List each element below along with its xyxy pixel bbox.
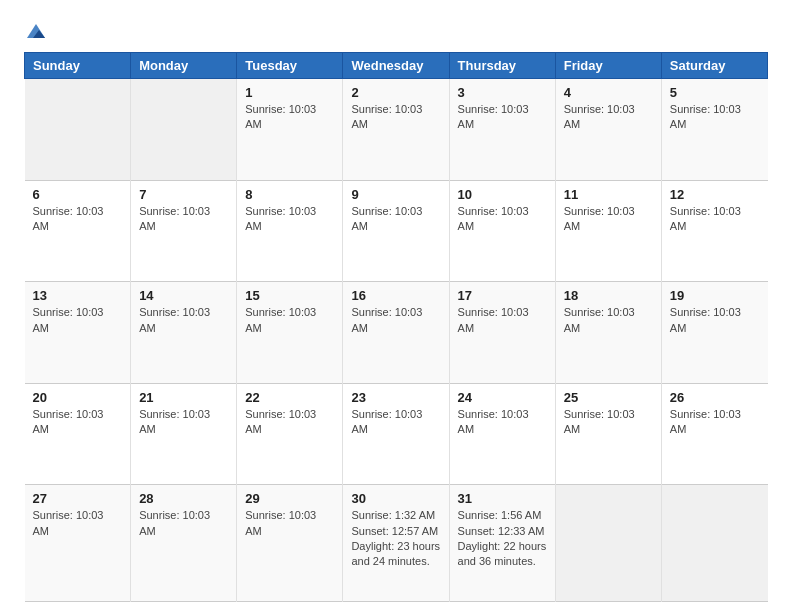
day-number: 2 [351,85,440,100]
day-info: Sunrise: 10:03 AM [351,408,422,435]
day-number: 30 [351,491,440,506]
calendar-header-row: SundayMondayTuesdayWednesdayThursdayFrid… [25,53,768,79]
day-cell [25,79,131,181]
day-info: Sunrise: 10:03 AM [670,103,741,130]
day-number: 4 [564,85,653,100]
day-cell: 11Sunrise: 10:03 AM [555,180,661,282]
day-info: Sunrise: 10:03 AM [351,306,422,333]
week-row-3: 13Sunrise: 10:03 AM14Sunrise: 10:03 AM15… [25,282,768,384]
day-cell: 16Sunrise: 10:03 AM [343,282,449,384]
day-cell: 8Sunrise: 10:03 AM [237,180,343,282]
day-cell: 19Sunrise: 10:03 AM [661,282,767,384]
day-info: Sunrise: 10:03 AM [351,205,422,232]
day-number: 17 [458,288,547,303]
day-number: 1 [245,85,334,100]
day-cell: 29Sunrise: 10:03 AM [237,485,343,602]
day-info: Sunrise: 10:03 AM [33,509,104,536]
day-number: 7 [139,187,228,202]
week-row-4: 20Sunrise: 10:03 AM21Sunrise: 10:03 AM22… [25,383,768,485]
day-number: 29 [245,491,334,506]
day-number: 6 [33,187,123,202]
day-number: 27 [33,491,123,506]
day-cell: 2Sunrise: 10:03 AM [343,79,449,181]
day-number: 5 [670,85,760,100]
day-info: Sunrise: 10:03 AM [245,509,316,536]
day-info: Sunrise: 10:03 AM [33,306,104,333]
day-cell: 12Sunrise: 10:03 AM [661,180,767,282]
day-info: Sunrise: 10:03 AM [245,306,316,333]
week-row-1: 1Sunrise: 10:03 AM2Sunrise: 10:03 AM3Sun… [25,79,768,181]
day-number: 13 [33,288,123,303]
day-cell: 15Sunrise: 10:03 AM [237,282,343,384]
day-cell: 1Sunrise: 10:03 AM [237,79,343,181]
day-number: 18 [564,288,653,303]
column-header-wednesday: Wednesday [343,53,449,79]
column-header-thursday: Thursday [449,53,555,79]
day-cell: 7Sunrise: 10:03 AM [131,180,237,282]
day-number: 20 [33,390,123,405]
day-number: 25 [564,390,653,405]
day-cell: 25Sunrise: 10:03 AM [555,383,661,485]
day-info: Sunrise: 10:03 AM [458,103,529,130]
page: SundayMondayTuesdayWednesdayThursdayFrid… [0,0,792,612]
day-cell: 9Sunrise: 10:03 AM [343,180,449,282]
day-number: 14 [139,288,228,303]
day-info: Sunrise: 10:03 AM [245,205,316,232]
day-number: 12 [670,187,760,202]
day-cell: 22Sunrise: 10:03 AM [237,383,343,485]
day-info: Sunrise: 10:03 AM [564,205,635,232]
day-cell: 10Sunrise: 10:03 AM [449,180,555,282]
day-info: Sunrise: 1:56 AM Sunset: 12:33 AM Daylig… [458,509,547,567]
day-info: Sunrise: 10:03 AM [139,306,210,333]
day-cell: 5Sunrise: 10:03 AM [661,79,767,181]
day-info: Sunrise: 10:03 AM [564,408,635,435]
day-cell: 6Sunrise: 10:03 AM [25,180,131,282]
day-cell: 4Sunrise: 10:03 AM [555,79,661,181]
day-info: Sunrise: 10:03 AM [245,408,316,435]
column-header-sunday: Sunday [25,53,131,79]
day-info: Sunrise: 10:03 AM [33,205,104,232]
day-cell: 31Sunrise: 1:56 AM Sunset: 12:33 AM Dayl… [449,485,555,602]
day-info: Sunrise: 10:03 AM [670,205,741,232]
day-cell: 26Sunrise: 10:03 AM [661,383,767,485]
day-info: Sunrise: 1:32 AM Sunset: 12:57 AM Daylig… [351,509,440,567]
column-header-saturday: Saturday [661,53,767,79]
day-cell: 27Sunrise: 10:03 AM [25,485,131,602]
logo-icon [25,20,47,42]
day-number: 16 [351,288,440,303]
day-cell: 14Sunrise: 10:03 AM [131,282,237,384]
day-number: 19 [670,288,760,303]
day-number: 23 [351,390,440,405]
day-number: 10 [458,187,547,202]
day-cell [661,485,767,602]
day-number: 22 [245,390,334,405]
week-row-5: 27Sunrise: 10:03 AM28Sunrise: 10:03 AM29… [25,485,768,602]
column-header-friday: Friday [555,53,661,79]
day-info: Sunrise: 10:03 AM [564,103,635,130]
day-info: Sunrise: 10:03 AM [458,205,529,232]
day-number: 21 [139,390,228,405]
day-cell [131,79,237,181]
day-info: Sunrise: 10:03 AM [351,103,422,130]
day-number: 9 [351,187,440,202]
day-cell: 20Sunrise: 10:03 AM [25,383,131,485]
day-cell: 24Sunrise: 10:03 AM [449,383,555,485]
day-info: Sunrise: 10:03 AM [670,408,741,435]
day-info: Sunrise: 10:03 AM [458,306,529,333]
day-number: 8 [245,187,334,202]
day-cell: 30Sunrise: 1:32 AM Sunset: 12:57 AM Dayl… [343,485,449,602]
day-cell: 23Sunrise: 10:03 AM [343,383,449,485]
day-info: Sunrise: 10:03 AM [564,306,635,333]
logo [24,20,47,42]
week-row-2: 6Sunrise: 10:03 AM7Sunrise: 10:03 AM8Sun… [25,180,768,282]
column-header-tuesday: Tuesday [237,53,343,79]
column-header-monday: Monday [131,53,237,79]
day-number: 3 [458,85,547,100]
day-info: Sunrise: 10:03 AM [139,509,210,536]
day-cell: 18Sunrise: 10:03 AM [555,282,661,384]
calendar-table: SundayMondayTuesdayWednesdayThursdayFrid… [24,52,768,602]
day-info: Sunrise: 10:03 AM [139,205,210,232]
day-number: 28 [139,491,228,506]
day-cell: 28Sunrise: 10:03 AM [131,485,237,602]
day-cell: 13Sunrise: 10:03 AM [25,282,131,384]
